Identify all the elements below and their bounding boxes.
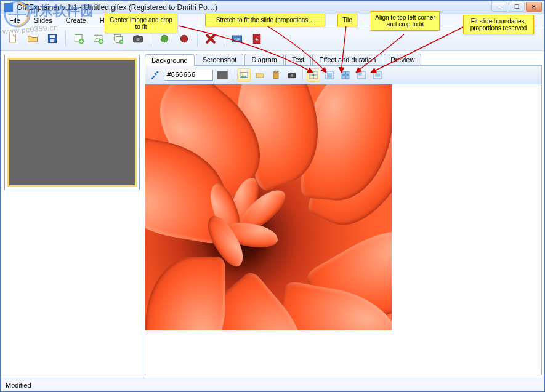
slides-panel xyxy=(1,51,143,378)
callout-topleft: Align to top left corner and crop to fit xyxy=(371,11,440,31)
callout-stretch: Stretch to fit the slide (proportions… xyxy=(205,14,325,26)
tab-text[interactable]: Text xyxy=(285,54,311,65)
svg-rect-2 xyxy=(50,35,55,38)
eyedropper-button[interactable] xyxy=(148,68,161,82)
status-bar: Modified xyxy=(1,378,544,391)
maximize-button[interactable]: ☐ xyxy=(509,2,525,12)
tab-preview[interactable]: Preview xyxy=(384,54,421,65)
paste-button[interactable] xyxy=(269,68,283,82)
export-pdf-button[interactable] xyxy=(248,30,265,47)
svg-rect-34 xyxy=(346,75,349,78)
callout-tile: Tile xyxy=(337,14,357,26)
new-button[interactable] xyxy=(4,30,22,47)
status-text: Modified xyxy=(6,382,31,389)
browse-folder-button[interactable] xyxy=(253,68,267,82)
add-slide-button[interactable] xyxy=(70,30,87,47)
delete-button[interactable] xyxy=(202,30,219,47)
svg-rect-3 xyxy=(50,39,55,42)
export-gif-button[interactable]: GIF xyxy=(228,30,246,47)
color-input[interactable] xyxy=(164,70,213,81)
open-button[interactable] xyxy=(24,30,41,47)
callout-fit: Fit slide boundaries, proportions reserv… xyxy=(463,15,534,34)
background-canvas[interactable] xyxy=(145,84,542,375)
tab-background[interactable]: Background xyxy=(145,54,195,66)
open-image-button[interactable] xyxy=(237,68,251,82)
slide-thumbnail[interactable] xyxy=(7,58,137,187)
svg-point-12 xyxy=(136,37,140,41)
svg-rect-38 xyxy=(375,73,380,76)
svg-point-25 xyxy=(291,74,294,77)
svg-rect-30 xyxy=(327,73,332,78)
menu-slides[interactable]: Slides xyxy=(28,15,59,25)
svg-point-28 xyxy=(313,74,315,76)
svg-rect-23 xyxy=(275,71,277,73)
svg-rect-36 xyxy=(358,71,362,76)
background-toolbar xyxy=(145,66,542,84)
editor-panel: Background Screenshot Diagram Text Effec… xyxy=(143,51,544,378)
svg-point-14 xyxy=(161,35,168,42)
tab-diagram[interactable]: Diagram xyxy=(244,54,284,65)
tab-screenshot[interactable]: Screenshot xyxy=(196,54,244,65)
app-icon xyxy=(4,3,13,12)
svg-point-19 xyxy=(156,71,158,73)
svg-rect-31 xyxy=(342,71,345,74)
stretch-button[interactable] xyxy=(323,68,336,82)
tile-button[interactable] xyxy=(339,68,352,82)
slide-thumbnail-container[interactable] xyxy=(4,55,140,190)
fit-boundaries-button[interactable] xyxy=(371,68,384,82)
svg-rect-26 xyxy=(290,73,292,74)
svg-point-15 xyxy=(180,35,188,42)
tab-effect[interactable]: Effect and duration xyxy=(312,54,382,65)
record-stop-button[interactable] xyxy=(176,30,193,47)
svg-rect-33 xyxy=(342,75,345,78)
titlebar: GIFExplainer v.1.1 - Untitled.gifex (Reg… xyxy=(1,1,544,14)
callout-center-crop: Center image and crop to fit xyxy=(105,14,177,33)
background-image xyxy=(145,84,392,330)
menu-file[interactable]: File xyxy=(3,15,26,25)
save-button[interactable] xyxy=(44,30,61,47)
editor-tabs: Background Screenshot Diagram Text Effec… xyxy=(145,54,542,66)
svg-rect-13 xyxy=(136,35,139,37)
window-title: GIFExplainer v.1.1 - Untitled.gifex (Reg… xyxy=(17,3,217,12)
minimize-button[interactable]: ─ xyxy=(491,2,507,12)
topleft-crop-button[interactable] xyxy=(355,68,368,82)
color-swatch[interactable] xyxy=(216,68,229,82)
svg-rect-32 xyxy=(346,71,349,74)
camera-button[interactable] xyxy=(285,68,299,82)
center-crop-button[interactable] xyxy=(307,68,320,82)
close-button[interactable]: ✕ xyxy=(526,2,542,12)
svg-point-21 xyxy=(241,73,243,75)
svg-text:GIF: GIF xyxy=(234,37,240,41)
menu-create[interactable]: Create xyxy=(60,15,92,25)
